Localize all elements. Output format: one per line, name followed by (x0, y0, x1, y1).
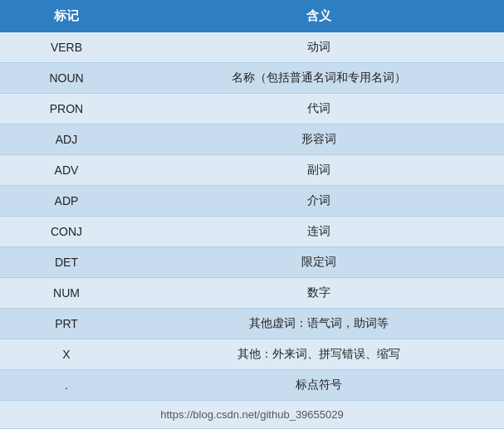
tag-cell: VERB (0, 32, 133, 63)
meaning-cell: 数字 (133, 278, 504, 309)
table-row: ADJ形容词 (0, 124, 504, 155)
table-row: NOUN名称（包括普通名词和专用名词） (0, 63, 504, 94)
table-row: DET限定词 (0, 247, 504, 278)
table-row: PRT其他虚词：语气词，助词等 (0, 309, 504, 339)
meaning-cell: 其他：外来词、拼写错误、缩写 (133, 339, 504, 370)
meaning-cell: 副词 (133, 155, 504, 186)
meaning-cell: 动词 (133, 32, 504, 63)
tag-cell: PRON (0, 94, 133, 124)
table-row: ADV副词 (0, 155, 504, 186)
meaning-cell: 代词 (133, 94, 504, 124)
col-header-tag: 标记 (0, 0, 133, 32)
table-row: CONJ连词 (0, 217, 504, 247)
table-row: ADP介词 (0, 186, 504, 217)
meaning-cell: 其他虚词：语气词，助词等 (133, 309, 504, 339)
tag-cell: ADJ (0, 124, 133, 155)
meaning-cell: 连词 (133, 217, 504, 247)
col-header-meaning: 含义 (133, 0, 504, 32)
table-row: VERB动词 (0, 32, 504, 63)
tag-cell: . (0, 370, 133, 401)
meaning-cell: 限定词 (133, 247, 504, 278)
table-container: 标记 含义 VERB动词NOUN名称（包括普通名词和专用名词）PRON代词ADJ… (0, 0, 504, 439)
table-row: .标点符号 (0, 370, 504, 401)
tag-cell: NOUN (0, 63, 133, 94)
tag-cell: DET (0, 247, 133, 278)
tag-cell: CONJ (0, 217, 133, 247)
tag-cell: PRT (0, 309, 133, 339)
meaning-cell: 介词 (133, 186, 504, 217)
pos-tag-table: 标记 含义 VERB动词NOUN名称（包括普通名词和专用名词）PRON代词ADJ… (0, 0, 504, 429)
footer-url-cell: https://blog.csdn.net/github_39655029 (0, 401, 504, 429)
tag-cell: NUM (0, 278, 133, 309)
tag-cell: ADP (0, 186, 133, 217)
table-header-row: 标记 含义 (0, 0, 504, 32)
meaning-cell: 形容词 (133, 124, 504, 155)
table-row: PRON代词 (0, 94, 504, 124)
meaning-cell: 名称（包括普通名词和专用名词） (133, 63, 504, 94)
table-row: X其他：外来词、拼写错误、缩写 (0, 339, 504, 370)
table-row: NUM数字 (0, 278, 504, 309)
meaning-cell: 标点符号 (133, 370, 504, 401)
footer-row: https://blog.csdn.net/github_39655029 (0, 401, 504, 429)
tag-cell: ADV (0, 155, 133, 186)
tag-cell: X (0, 339, 133, 370)
